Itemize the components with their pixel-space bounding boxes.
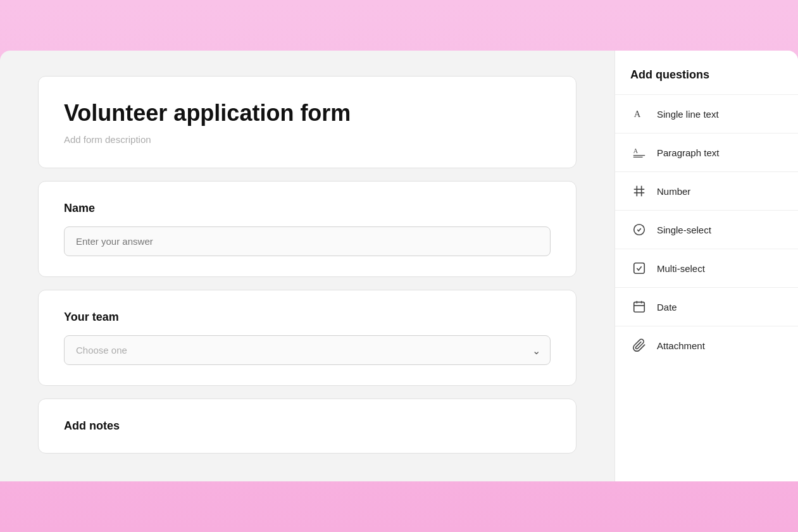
sidebar-item-label-paragraph-text: Paragraph text	[657, 147, 719, 158]
select-wrapper-team: Choose one ⌄	[64, 335, 551, 365]
sidebar: Add questions A Single line text A	[614, 51, 798, 481]
svg-text:A: A	[634, 109, 641, 119]
sidebar-item-single-select[interactable]: Single-select	[615, 210, 798, 249]
form-description: Add form description	[64, 134, 551, 145]
name-input[interactable]	[64, 226, 551, 256]
question-card-team: Your team Choose one ⌄	[38, 290, 577, 386]
form-title: Volunteer application form	[64, 99, 551, 127]
sidebar-item-label-number: Number	[657, 186, 690, 197]
sidebar-item-number[interactable]: Number	[615, 171, 798, 210]
sidebar-title: Add questions	[615, 68, 798, 94]
single-line-icon: A	[630, 105, 648, 123]
multi-select-icon	[630, 259, 648, 277]
sidebar-item-label-attachment: Attachment	[657, 340, 705, 351]
attachment-icon	[630, 337, 648, 354]
svg-text:A: A	[633, 147, 639, 154]
sidebar-item-label-single-select: Single-select	[657, 225, 711, 235]
team-select[interactable]: Choose one	[64, 335, 551, 365]
question-label-name: Name	[64, 202, 551, 215]
sidebar-item-label-multi-select: Multi-select	[657, 263, 705, 274]
date-icon	[630, 298, 648, 316]
question-card-name: Name	[38, 181, 577, 277]
number-icon	[630, 182, 648, 200]
add-notes-card: Add notes	[38, 399, 577, 454]
sidebar-item-label-single-line-text: Single line text	[657, 109, 719, 120]
add-notes-label: Add notes	[64, 419, 551, 433]
sidebar-item-multi-select[interactable]: Multi-select	[615, 249, 798, 287]
svg-rect-10	[634, 302, 645, 312]
app-container: Volunteer application form Add form desc…	[0, 51, 798, 481]
sidebar-item-date[interactable]: Date	[615, 287, 798, 326]
svg-rect-9	[634, 263, 645, 274]
svg-point-8	[634, 225, 645, 235]
sidebar-item-paragraph-text[interactable]: A Paragraph text	[615, 133, 798, 171]
paragraph-icon: A	[630, 144, 648, 161]
question-label-team: Your team	[64, 311, 551, 324]
sidebar-item-single-line-text[interactable]: A Single line text	[615, 94, 798, 133]
sidebar-item-label-date: Date	[657, 302, 677, 312]
form-title-card: Volunteer application form Add form desc…	[38, 76, 577, 168]
form-area: Volunteer application form Add form desc…	[0, 51, 614, 481]
sidebar-item-attachment[interactable]: Attachment	[615, 326, 798, 364]
outer-background: Volunteer application form Add form desc…	[0, 0, 798, 532]
single-select-icon	[630, 221, 648, 238]
